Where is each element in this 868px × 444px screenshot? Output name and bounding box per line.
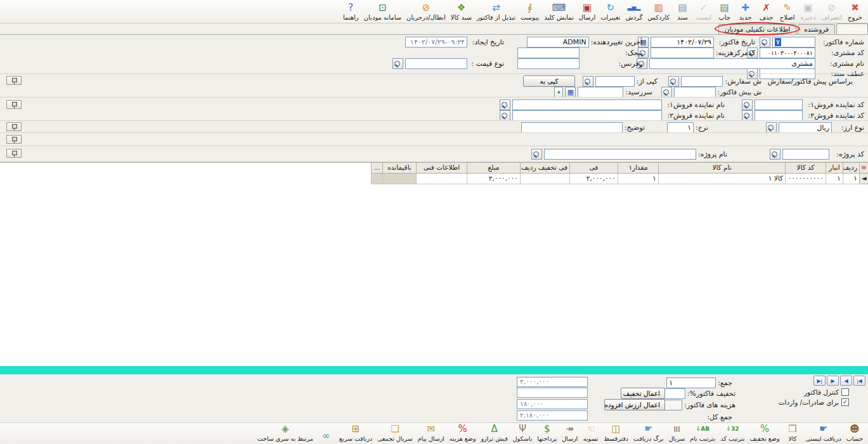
- copy-to-button[interactable]: کپی به: [523, 75, 575, 87]
- discount-status-button[interactable]: %وضع تخفیف: [748, 422, 782, 443]
- invoice-no-input[interactable]: ۷: [772, 37, 815, 48]
- column-header[interactable]: مبلغ: [467, 163, 520, 174]
- search-icon[interactable]: [583, 76, 593, 87]
- search-icon[interactable]: [661, 87, 672, 98]
- cumulative-serial-button[interactable]: ❏سریال تجمعی: [375, 422, 415, 443]
- column-header[interactable]: فی: [569, 163, 618, 174]
- nav-prev-button[interactable]: ◀: [840, 376, 852, 386]
- delete-button[interactable]: ✗حذف: [756, 1, 777, 22]
- table-cell[interactable]: ۲,۰۰۰,۰۰۰: [467, 174, 520, 184]
- sum-qty-input[interactable]: [666, 377, 716, 388]
- print-button[interactable]: ▤چاپ: [714, 1, 735, 22]
- due-date-input[interactable]: [578, 87, 623, 98]
- table-cell[interactable]: ۲,۰۰۰,۰۰۰: [569, 174, 618, 184]
- tab-moadian-extra[interactable]: اطلاعات تکمیلی مودیان: [718, 24, 796, 34]
- show-keyboard-button[interactable]: ⌨نمایش کلید: [541, 1, 576, 22]
- project-name-input[interactable]: [544, 149, 696, 160]
- search-icon[interactable]: [531, 149, 542, 160]
- reference-input[interactable]: [517, 58, 580, 69]
- tab-specs[interactable]: مشخصات: [836, 23, 868, 34]
- column-header[interactable]: فی تخفیف ردیف: [520, 163, 569, 174]
- customer-name-input[interactable]: [649, 58, 815, 69]
- expense-status-button[interactable]: %وضع هزینه: [447, 422, 479, 443]
- goods-basket-button[interactable]: ❖سبد کالا: [448, 1, 474, 22]
- customer-code-input[interactable]: [760, 48, 815, 58]
- table-cell[interactable]: ۱: [826, 174, 843, 184]
- quick-receipt-button[interactable]: ⊞دریافت سریع: [337, 422, 375, 443]
- edit-button[interactable]: ✎اصلاح: [777, 1, 798, 22]
- save-button[interactable]: ▣ذخیره: [798, 1, 819, 22]
- column-header[interactable]: نام کالا: [658, 163, 785, 174]
- search-icon[interactable]: [500, 110, 510, 121]
- nav-first-button[interactable]: |◀: [853, 376, 865, 386]
- note-input[interactable]: [521, 122, 623, 133]
- last-modifier-input[interactable]: [527, 37, 589, 48]
- cardex-button[interactable]: ▥کاردکس: [645, 1, 672, 22]
- search-icon[interactable]: [766, 122, 777, 133]
- sort-by-name-button[interactable]: AB⇩بترتیب نام: [687, 422, 718, 443]
- installment-book-button[interactable]: ◫دفترقسط: [601, 422, 631, 443]
- table-cell[interactable]: ۱: [843, 174, 859, 184]
- table-cell[interactable]: ۰۰۰۰۰۰۰۰۰۰: [785, 174, 826, 184]
- copy-from-input[interactable]: [595, 76, 635, 87]
- changes-button[interactable]: ↻تغییرات: [598, 1, 623, 22]
- agent1-code-input[interactable]: [755, 99, 803, 110]
- project-code-input[interactable]: [782, 149, 829, 160]
- sort-indicator-icon[interactable]: ≡: [859, 163, 868, 174]
- serial-button[interactable]: |||سریال: [666, 422, 688, 443]
- column-header[interactable]: کد کالا: [785, 163, 826, 174]
- sort-by-code-button[interactable]: 32⇩بترتیب کد: [718, 422, 747, 443]
- invoice-control-checkbox[interactable]: کنترل فاکتور: [804, 388, 849, 396]
- table-cell[interactable]: ۱: [618, 174, 658, 184]
- table-cell[interactable]: [520, 174, 569, 184]
- pin-button[interactable]: [6, 122, 22, 131]
- bijak-input[interactable]: [517, 48, 580, 58]
- search-icon[interactable]: [760, 37, 770, 48]
- cancel-button[interactable]: ⊘انصراف: [819, 1, 845, 22]
- column-header[interactable]: مقدار۱: [618, 163, 658, 174]
- agent2-name-input[interactable]: [512, 110, 662, 121]
- column-header[interactable]: باقیمانده: [382, 163, 416, 174]
- receipt-sheet-button[interactable]: ☛برگ دریافت: [631, 422, 666, 443]
- moadian-system-button[interactable]: ⊡سامانه مودیان: [361, 1, 404, 22]
- tab-seller[interactable]: فروشنده: [798, 24, 835, 34]
- weighbridge-button[interactable]: Ψباسکول: [510, 422, 535, 443]
- invoice-date-input[interactable]: [651, 37, 714, 48]
- table-cell[interactable]: [416, 174, 467, 184]
- batch-series-link-button[interactable]: ◈مرتبط به سری ساخت: [255, 422, 316, 443]
- turnover-button[interactable]: ▂▅▃گردش: [623, 1, 645, 22]
- exit-button[interactable]: ✖خروج: [845, 1, 865, 22]
- rate-input[interactable]: [667, 122, 694, 133]
- send-message-button[interactable]: ✉ارسال پیام: [415, 422, 447, 443]
- nav-next-button[interactable]: ▶: [827, 376, 839, 386]
- list-button[interactable]: ✓لیست: [693, 1, 714, 22]
- pin-button[interactable]: [6, 100, 22, 109]
- search-icon[interactable]: [742, 110, 753, 121]
- apply-vat-button[interactable]: اعمال ارزش افزوده: [604, 399, 665, 410]
- agent1-name-input[interactable]: [512, 99, 662, 110]
- convert-from-invoice-button[interactable]: ⇄تبدیل از فاکتور: [474, 1, 518, 22]
- search-icon[interactable]: [770, 149, 781, 160]
- search-icon[interactable]: [500, 99, 510, 110]
- search-icon[interactable]: [392, 58, 403, 69]
- pin-button[interactable]: [6, 135, 22, 144]
- table-cell[interactable]: [371, 174, 382, 184]
- table-cell[interactable]: [382, 174, 416, 184]
- search-icon[interactable]: [742, 99, 753, 110]
- send-truck-button[interactable]: ▣ارسال: [576, 1, 598, 22]
- dispatch-button[interactable]: ↠ارسال: [559, 422, 580, 443]
- settlement-button[interactable]: ☜تسویه: [580, 422, 601, 443]
- column-header[interactable]: ردیف: [843, 163, 859, 174]
- help-button[interactable]: ?راهنما: [340, 1, 361, 22]
- column-header[interactable]: اطلاعات فنی: [416, 163, 467, 174]
- proforma-no-input[interactable]: [674, 87, 716, 98]
- column-header[interactable]: انبار: [826, 163, 843, 174]
- link-button[interactable]: ∞: [316, 429, 337, 443]
- table-cell[interactable]: کالا ۱: [658, 174, 785, 184]
- cost-center-input[interactable]: [651, 48, 714, 58]
- export-import-checkbox[interactable]: ✓ برای صادرات/ واردات: [779, 398, 849, 406]
- document-button[interactable]: ▤سند: [672, 1, 693, 22]
- payments-button[interactable]: $پرداختها: [534, 422, 559, 443]
- goods-button[interactable]: ❒کالا: [782, 422, 803, 443]
- attachment-button[interactable]: ∮پیوست: [518, 1, 541, 22]
